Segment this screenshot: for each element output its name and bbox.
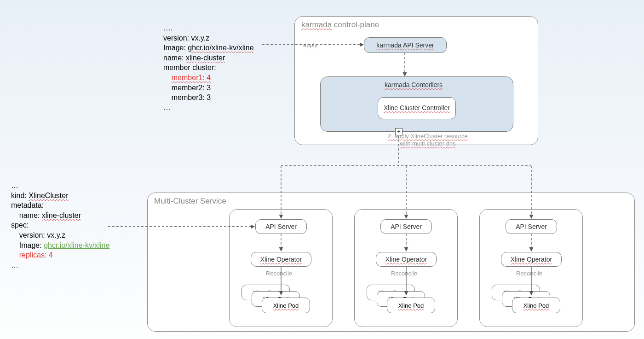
yaml-line-highlight: replicas: 4 <box>11 250 109 260</box>
yaml-line: …. <box>163 23 254 33</box>
xline-pod-node: Xline Pod <box>262 298 310 313</box>
reconcile-label: Reconcile <box>516 270 542 277</box>
api-server-node: API Server <box>380 219 432 234</box>
api-server-node: API Server <box>506 219 557 234</box>
yaml-line: name: xline-cluster <box>11 210 109 221</box>
yaml-key: Image: <box>11 241 44 249</box>
karmada-api-server-node: karmada API Server <box>364 37 447 53</box>
yaml-value: XlineCluster <box>29 192 68 199</box>
karmada-control-plane-box: karmada control-plane apply karmada API … <box>294 16 538 145</box>
yaml-config-bottom: … kind: XlineCluster metadata: name: xli… <box>11 181 109 270</box>
title-text: karmada <box>301 20 332 29</box>
yaml-line: name: xline-cluster <box>163 53 254 63</box>
yaml-line: … <box>11 181 109 191</box>
yaml-line: Image: ghcr.io/xline-kv/xline <box>163 43 254 53</box>
xline-operator-node: Xline Operator <box>251 252 311 267</box>
yaml-line: member3: 3 <box>163 93 254 103</box>
api-server-node: API Server <box>255 219 307 234</box>
yaml-line: metadata: <box>11 200 109 210</box>
reconcile-label: Reconcile <box>266 270 292 277</box>
apply-label: apply <box>303 41 317 49</box>
xline-operator-node: Xline Operator <box>376 252 437 267</box>
yaml-key: name: <box>163 54 186 62</box>
yaml-line: member2: 3 <box>163 83 254 93</box>
yaml-value: xline-cluster <box>186 54 225 62</box>
xline-pod-node: Xline Pod <box>387 298 435 313</box>
xline-pod-node: Xline Pod <box>512 298 560 313</box>
yaml-line-highlight: member1: 4 <box>163 73 254 83</box>
yaml-line: … <box>11 260 109 270</box>
xline-operator-node: Xline Operator <box>501 252 562 267</box>
step2-caption: 2. apply XlineCluster resourcewith multi… <box>368 133 488 148</box>
yaml-key: Image: <box>163 44 188 52</box>
yaml-value-link: ghcr.io/xline-kv/xline <box>44 241 109 249</box>
yaml-key: kind: <box>11 192 29 199</box>
controllers-title: karmada Contorllers <box>385 81 443 89</box>
yaml-line: spec: <box>11 220 109 230</box>
box-title: karmada control-plane <box>301 20 379 29</box>
yaml-value: ghcr.io/xline-kv/xline <box>188 44 253 52</box>
yaml-line: version: vx.y.z <box>11 230 109 240</box>
node-label: Xline Cluster Controller <box>384 105 450 111</box>
yaml-value: xline-cluster <box>42 211 81 219</box>
yaml-line: Image: ghcr.io/xline-kv/xline <box>11 240 109 251</box>
reconcile-label: Reconcile <box>391 270 417 277</box>
yaml-line: member cluster: <box>163 63 254 73</box>
yaml-line: version: vx.y.z <box>163 33 254 43</box>
yaml-line: kind: XlineCluster <box>11 191 109 201</box>
yaml-key: name: <box>11 211 42 219</box>
yaml-line: … <box>163 103 254 113</box>
box-title: Multi-Cluster Service <box>154 197 226 206</box>
title-text: control-plane <box>332 20 379 29</box>
node-label: karmada API Server <box>376 41 434 49</box>
yaml-config-top: …. version: vx.y.z Image: ghcr.io/xline-… <box>163 23 254 112</box>
xline-cluster-controller-node: Xline Cluster Controller <box>378 97 456 119</box>
